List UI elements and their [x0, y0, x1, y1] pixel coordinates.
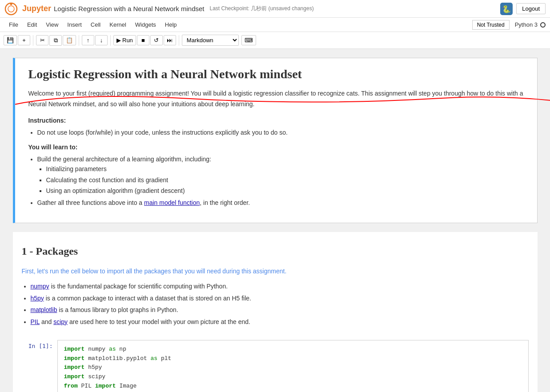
toolbar-sep-2 [79, 35, 79, 46]
h5py-desc: is a common package to interact with a d… [46, 295, 251, 302]
jupyter-logo [4, 2, 18, 16]
svg-text:🐍: 🐍 [502, 5, 511, 13]
cell-label: In [1]: [22, 340, 57, 349]
restart-run-button[interactable]: ⏭ [164, 35, 176, 45]
svg-point-2 [10, 3, 12, 5]
jupyter-logo-icon [4, 2, 18, 16]
trust-area: Not Trusted Python 3 [472, 20, 546, 30]
code-image: Image [119, 383, 136, 389]
keyboard-shortcuts-button[interactable]: ⌨ [241, 35, 256, 45]
numpy-link[interactable]: numpy [31, 283, 49, 290]
not-trusted-button[interactable]: Not Trusted [472, 20, 510, 30]
notebook-heading: Logistic Regression with a Neural Networ… [28, 67, 524, 81]
run-button[interactable]: ▶Run [113, 35, 136, 45]
toolbar-sep-1 [33, 35, 33, 46]
learn-item-0-text: Build the general architecture of a lear… [37, 156, 211, 163]
topbar: Jupyter Logistic Regression with a Neura… [0, 0, 550, 18]
paste-cell-button[interactable]: 📋 [63, 35, 76, 45]
python-logo-icon: 🐍 [500, 3, 513, 15]
learn-item-0: Build the general architecture of a lear… [37, 154, 524, 196]
kw-import-2: import [64, 355, 85, 362]
packages-heading: 1 - Packages [22, 245, 529, 257]
toolbar-sep-3 [110, 35, 111, 46]
learn-sub-list-0: Initializing parameters Calculating the … [46, 164, 524, 196]
pil-scipy-desc: are used here to test your model with yo… [69, 318, 250, 325]
menu-cell[interactable]: Cell [86, 20, 105, 30]
menu-view[interactable]: View [41, 20, 63, 30]
toolbar: 💾 + ✂ ⧉ 📋 ↑ ↓ ▶Run ■ ↺ ⏭ Markdown Code R… [0, 32, 550, 49]
notebook-title[interactable]: Logistic Regression with a Neural Networ… [54, 5, 204, 12]
notebook-container: Logistic Regression with a Neural Networ… [13, 58, 538, 392]
code-np: np [119, 346, 126, 352]
pkg-matplotlib: matplotlib is a famous library to plot g… [31, 305, 529, 315]
cell-type-select[interactable]: Markdown Code Raw NBConvert Heading [182, 35, 239, 46]
kw-import-5: import [95, 383, 116, 389]
menu-edit[interactable]: Edit [23, 20, 41, 30]
packages-section: 1 - Packages First, let’s run the cell b… [13, 232, 538, 340]
kw-import-1: import [64, 346, 85, 352]
packages-list: numpy is the fundamental package for sci… [31, 281, 529, 327]
intro-paragraph: Welcome to your first (required) program… [28, 88, 524, 110]
move-down-button[interactable]: ↓ [95, 35, 108, 45]
learn-item-1: Gather all three functions above into a … [37, 198, 524, 208]
code-line-4: import scipy [64, 372, 522, 382]
learn-sub-item-0: Initializing parameters [46, 164, 524, 174]
menu-file[interactable]: File [4, 20, 23, 30]
checkpoint-info: Last Checkpoint: 几秒前 (unsaved changes) [210, 5, 501, 12]
h5py-link[interactable]: h5py [31, 295, 44, 302]
kw-as-1: as [109, 346, 116, 352]
pil-link[interactable]: PIL [31, 318, 40, 325]
code-matplotlib: matplotlib.pyplot [88, 355, 150, 362]
pkg-pil-scipy: PIL and scipy are used here to test your… [31, 317, 529, 327]
intro-wrapper: Welcome to your first (required) program… [28, 88, 524, 110]
code-line-3: import h5py [64, 363, 522, 372]
matplotlib-link[interactable]: matplotlib [31, 306, 57, 313]
code-line-2: import matplotlib.pyplot as plt [64, 354, 522, 364]
instructions-label: Instructions: [28, 117, 524, 124]
code-h5py: h5py [88, 364, 102, 371]
code-pil-mod: PIL [81, 383, 95, 389]
toolbar-sep-4 [179, 35, 179, 46]
menu-help[interactable]: Help [161, 20, 181, 30]
pil-and: and [41, 318, 53, 325]
save-button[interactable]: 💾 [4, 35, 17, 45]
menu-kernel[interactable]: Kernel [105, 20, 131, 30]
code-cell[interactable]: import numpy as np import matplotlib.pyp… [57, 340, 529, 392]
learn-sub-item-1: Calculating the cost function and its gr… [46, 175, 524, 185]
code-plt: plt [161, 355, 171, 362]
move-up-button[interactable]: ↑ [82, 35, 94, 45]
instructions-list: Do not use loops (for/while) in your cod… [37, 128, 524, 137]
packages-intro: First, let’s run the cell below to impor… [22, 266, 529, 276]
main-content: Logistic Regression with a Neural Networ… [0, 49, 550, 392]
numpy-desc: is the fundamental package for scientifi… [51, 283, 228, 290]
menubar: File Edit View Insert Cell Kernel Widget… [0, 18, 550, 32]
svg-point-1 [8, 6, 14, 12]
you-will-learn-label: You will learn to: [28, 144, 524, 151]
learn-sub-item-2: Using an optimization algorithm (gradien… [46, 186, 524, 196]
matplotlib-desc: is a famous library to plot graphs in Py… [59, 306, 178, 313]
code-numpy: numpy [88, 346, 109, 352]
interrupt-button[interactable]: ■ [137, 35, 149, 45]
kw-import-4: import [64, 373, 85, 380]
instruction-item-0: Do not use loops (for/while) in your cod… [37, 128, 524, 137]
pkg-h5py: h5py is a common package to interact wit… [31, 293, 529, 303]
kw-import-3: import [64, 364, 85, 371]
logout-button[interactable]: Logout [516, 3, 546, 14]
cut-cell-button[interactable]: ✂ [36, 35, 48, 45]
menu-widgets[interactable]: Widgets [131, 20, 161, 30]
kernel-label: Python 3 [515, 21, 538, 28]
copy-cell-button[interactable]: ⧉ [49, 35, 62, 46]
kernel-status-icon [540, 22, 546, 28]
code-cell-wrapper: In [1]: import numpy as np import matplo… [13, 340, 538, 392]
markdown-cell-intro[interactable]: Logistic Regression with a Neural Networ… [13, 58, 538, 223]
restart-button[interactable]: ↺ [150, 35, 163, 45]
packages-body: First, let’s run the cell below to impor… [22, 262, 529, 340]
app-name: Jupyter [22, 4, 51, 13]
run-label: Run [122, 37, 133, 44]
scipy-link[interactable]: scipy [53, 318, 68, 325]
add-cell-button[interactable]: + [18, 35, 30, 45]
learn-list: Build the general architecture of a lear… [37, 154, 524, 208]
code-scipy: scipy [88, 373, 105, 380]
menu-insert[interactable]: Insert [63, 20, 86, 30]
kw-from-1: from [64, 383, 78, 389]
